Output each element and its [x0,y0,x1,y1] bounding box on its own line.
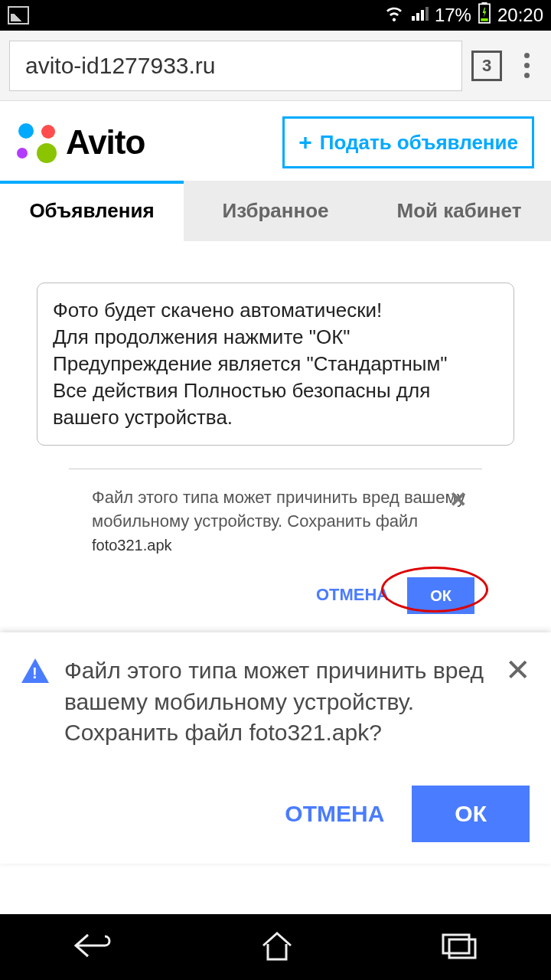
svg-rect-6 [481,18,487,21]
back-icon[interactable] [73,929,114,965]
tab-cabinet[interactable]: Мой кабинет [367,181,551,241]
svg-rect-0 [412,16,415,21]
logo-text: Avito [66,123,145,162]
url-input[interactable] [9,41,462,91]
close-icon[interactable]: ✕ [449,485,467,514]
tab-favorites[interactable]: Избранное [184,181,367,241]
info-line: Предупреждение является "Стандартным" [53,351,498,377]
post-ad-label: Подать объявление [320,131,518,155]
download-card: ✕ Файл этого типа может причинить вред в… [69,469,482,621]
svg-rect-2 [421,10,424,21]
svg-rect-8 [449,939,475,958]
ok-button[interactable]: ОК [412,786,530,842]
recent-icon[interactable] [440,930,478,964]
dialog-text: Файл этого типа может причинить вред ваш… [64,655,530,749]
plus-icon: + [298,129,312,155]
picture-icon [8,6,29,24]
tab-listings[interactable]: Объявления [0,181,184,241]
cancel-button[interactable]: ОТМЕНА [316,583,389,607]
clock: 20:20 [497,5,543,26]
avito-logo[interactable]: Avito [17,122,145,163]
battery-icon [478,2,491,28]
cancel-button[interactable]: ОТМЕНА [285,801,384,827]
battery-percent: 17% [435,5,471,26]
info-box: Фото будет скачено автоматически! Для пр… [37,283,514,446]
system-download-dialog: ✕ Файл этого типа может причинить вред в… [0,632,551,864]
status-bar: 17% 20:20 [0,0,551,31]
warning-icon [21,658,49,683]
wifi-icon [384,3,404,28]
close-icon[interactable]: ✕ [505,652,531,688]
tab-switcher[interactable]: 3 [471,51,502,81]
info-line: Все действия Полностью безопасны для ваш… [53,377,498,431]
tabs: Объявления Избранное Мой кабинет [0,181,551,241]
home-icon[interactable] [259,929,295,965]
download-filename: foto321.apk [92,537,172,554]
browser-menu[interactable] [511,53,542,78]
browser-bar: 3 [0,31,551,101]
download-warning-text: Файл этого типа может причинить вред ваш… [92,488,465,531]
post-ad-button[interactable]: + Подать объявление [282,116,534,168]
signal-icon [410,4,429,27]
nav-bar [0,914,551,980]
site-header: Avito + Подать объявление [0,101,551,181]
ok-button[interactable]: ОК [407,577,474,614]
info-line: Для продолжения нажмите "ОК" [53,324,498,351]
svg-rect-7 [443,935,469,953]
logo-dots-icon [17,122,58,163]
svg-rect-3 [425,7,429,21]
svg-rect-1 [416,13,419,21]
info-line: Фото будет скачено автоматически! [53,297,498,324]
